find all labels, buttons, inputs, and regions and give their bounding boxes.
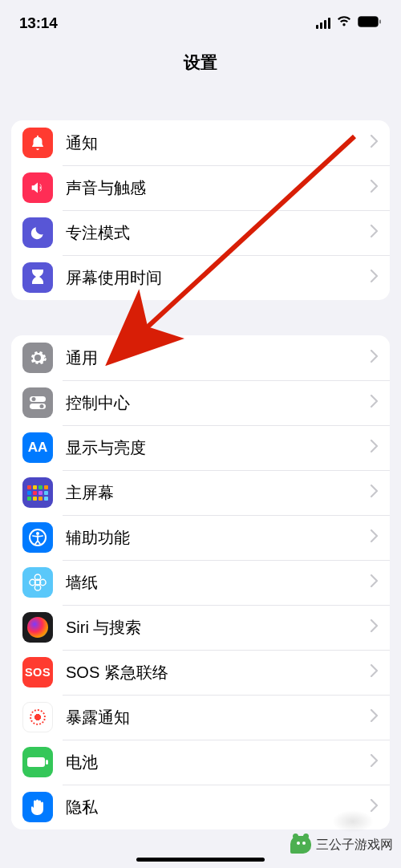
accessibility-icon [22,522,53,553]
chevron-right-icon [371,619,379,635]
exposure-icon [22,702,53,732]
svg-rect-1 [359,18,377,26]
battery-icon [358,16,382,30]
settings-row-general[interactable]: 通用 [11,335,390,380]
status-bar: 13:14 [0,0,401,40]
settings-row-sounds[interactable]: 声音与触感 [11,165,390,210]
settings-row-controlcenter[interactable]: 控制中心 [11,380,390,425]
wifi-icon [336,16,352,30]
svg-point-6 [40,404,44,408]
chevron-right-icon [371,180,379,196]
settings-row-label: 控制中心 [66,392,371,414]
settings-row-notifications[interactable]: 通知 [11,120,390,165]
wallpaper-icon [22,567,53,598]
sos-icon: SOS [22,657,53,688]
svg-point-4 [32,397,36,401]
decorative-shadow [332,810,374,833]
battery-settings-icon [22,747,53,777]
settings-row-focus[interactable]: 专注模式 [11,210,390,255]
settings-row-accessibility[interactable]: 辅助功能 [11,515,390,560]
settings-row-exposure[interactable]: 暴露通知 [11,695,390,740]
toggles-icon [22,387,53,418]
settings-row-sos[interactable]: SOS SOS 紧急联络 [11,650,390,695]
settings-row-label: 通用 [66,347,371,369]
chevron-right-icon [371,440,379,456]
watermark: 三公子游戏网 [290,836,393,854]
speaker-icon [22,172,53,203]
settings-row-label: 主屏幕 [66,482,371,504]
chevron-right-icon [371,574,379,590]
settings-row-label: SOS 紧急联络 [66,662,371,683]
watermark-text: 三公子游戏网 [316,837,393,854]
settings-row-label: 墙纸 [66,572,371,594]
chevron-right-icon [371,709,379,725]
settings-group: 通知 声音与触感 专注模式 屏幕使用时间 [11,120,390,300]
watermark-logo-icon [290,836,311,854]
home-indicator[interactable] [136,858,265,862]
home-screen-icon [22,477,53,508]
svg-point-8 [36,532,39,535]
settings-row-label: 通知 [66,132,371,154]
settings-row-label: 屏幕使用时间 [66,267,371,289]
chevron-right-icon [371,270,379,286]
chevron-right-icon [371,395,379,411]
settings-row-label: 隐私 [66,797,371,818]
page-header: 设置 [0,40,401,87]
svg-rect-2 [379,20,381,24]
gear-icon [22,343,53,373]
chevron-right-icon [371,135,379,151]
status-time: 13:14 [19,14,58,32]
chevron-right-icon [371,485,379,501]
siri-icon [22,612,53,643]
chevron-right-icon [371,225,379,241]
chevron-right-icon [371,529,379,546]
chevron-right-icon [371,664,379,680]
settings-content: 通知 声音与触感 专注模式 屏幕使用时间 [0,120,401,829]
status-icons [316,16,383,30]
page-title: 设置 [0,51,401,74]
chevron-right-icon [371,350,379,366]
chevron-right-icon [371,754,379,770]
settings-row-label: 专注模式 [66,222,371,244]
settings-group: 通用 控制中心 AA 显示与亮度 主屏幕 [11,335,390,829]
settings-row-label: Siri 与搜索 [66,617,371,639]
settings-row-label: 辅助功能 [66,527,371,549]
settings-row-display[interactable]: AA 显示与亮度 [11,425,390,470]
hand-icon [22,792,53,822]
settings-row-label: 暴露通知 [66,707,371,728]
settings-row-homescreen[interactable]: 主屏幕 [11,470,390,515]
svg-rect-15 [46,760,48,765]
text-size-icon: AA [22,432,53,463]
settings-row-battery[interactable]: 电池 [11,740,390,785]
moon-icon [22,217,53,248]
settings-row-screentime[interactable]: 屏幕使用时间 [11,255,390,300]
cellular-icon [316,18,331,29]
settings-row-wallpaper[interactable]: 墙纸 [11,560,390,605]
settings-row-siri[interactable]: Siri 与搜索 [11,605,390,650]
settings-row-label: 电池 [66,752,371,773]
hourglass-icon [22,262,53,293]
settings-row-label: 显示与亮度 [66,437,371,459]
bell-icon [22,128,53,158]
svg-rect-14 [27,757,45,767]
settings-row-label: 声音与触感 [66,177,371,199]
